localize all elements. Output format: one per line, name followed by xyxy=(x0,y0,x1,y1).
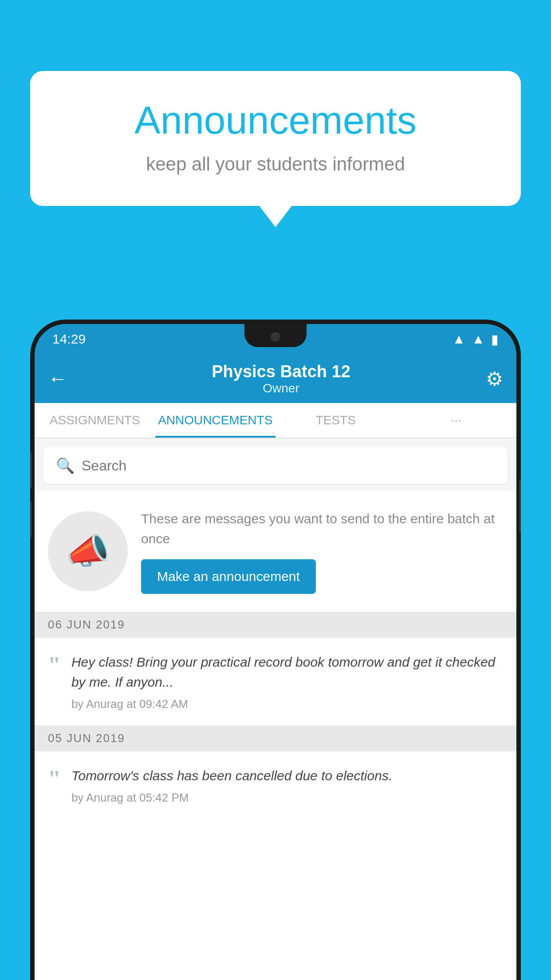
front-camera xyxy=(271,332,280,342)
status-icons: ▲ ▲ ▮ xyxy=(453,332,499,347)
message-content-2: Tomorrow's class has been cancelled due … xyxy=(71,766,503,805)
phone-notch xyxy=(244,324,307,347)
phone-frame: 14:29 ▲ ▲ ▮ ← Physics Batch 12 Owner ⚙ A… xyxy=(30,320,521,980)
date-divider-jun6: 06 JUN 2019 xyxy=(35,612,516,638)
app-bar-title-container: Physics Batch 12 Owner xyxy=(76,362,486,395)
speech-bubble-title: Announcements xyxy=(66,98,485,143)
promo-text-area: These are messages you want to send to t… xyxy=(141,509,503,594)
volume-down-button[interactable] xyxy=(30,502,32,537)
message-content-1: Hey class! Bring your practical record b… xyxy=(71,652,503,711)
signal-icon: ▲ xyxy=(472,332,485,347)
message-text-1: Hey class! Bring your practical record b… xyxy=(71,652,503,692)
tab-more[interactable]: ··· xyxy=(396,403,517,438)
app-bar-title: Physics Batch 12 xyxy=(76,362,486,381)
promo-icon-circle: 📣 xyxy=(48,511,128,591)
phone-screen: ← Physics Batch 12 Owner ⚙ ASSIGNMENTS A… xyxy=(35,354,516,980)
tabs-container: ASSIGNMENTS ANNOUNCEMENTS TESTS ··· xyxy=(35,403,516,439)
date-divider-jun5: 05 JUN 2019 xyxy=(35,725,516,751)
message-author-1: by Anurag at 09:42 AM xyxy=(71,697,503,711)
tab-assignments[interactable]: ASSIGNMENTS xyxy=(35,403,155,438)
message-item-1: " Hey class! Bring your practical record… xyxy=(35,638,516,725)
volume-up-button[interactable] xyxy=(30,453,32,488)
tab-announcements[interactable]: ANNOUNCEMENTS xyxy=(155,403,276,438)
settings-icon[interactable]: ⚙ xyxy=(486,368,503,390)
promo-card: 📣 These are messages you want to send to… xyxy=(35,491,516,612)
search-bar: 🔍 xyxy=(43,447,508,484)
app-bar: ← Physics Batch 12 Owner ⚙ xyxy=(35,354,516,403)
search-icon: 🔍 xyxy=(56,457,75,474)
message-author-2: by Anurag at 05:42 PM xyxy=(71,791,503,805)
megaphone-icon: 📣 xyxy=(66,530,110,572)
phone-inner: 14:29 ▲ ▲ ▮ ← Physics Batch 12 Owner ⚙ A… xyxy=(35,324,516,980)
speech-bubble-container: Announcements keep all your students inf… xyxy=(30,71,521,206)
quote-icon-1: " xyxy=(48,654,61,677)
status-time: 14:29 xyxy=(52,332,86,347)
message-text-2: Tomorrow's class has been cancelled due … xyxy=(71,766,503,786)
tab-tests[interactable]: TESTS xyxy=(276,403,396,438)
speech-bubble-subtitle: keep all your students informed xyxy=(66,154,485,175)
promo-description: These are messages you want to send to t… xyxy=(141,509,503,549)
back-button[interactable]: ← xyxy=(48,368,67,390)
speech-bubble: Announcements keep all your students inf… xyxy=(30,71,521,206)
make-announcement-button[interactable]: Make an announcement xyxy=(141,559,316,594)
power-button[interactable] xyxy=(519,479,521,533)
quote-icon-2: " xyxy=(48,767,61,790)
wifi-icon: ▲ xyxy=(453,332,466,347)
app-bar-subtitle: Owner xyxy=(76,381,486,395)
battery-icon: ▮ xyxy=(491,332,499,347)
app-content: 🔍 📣 These are messages you want to send … xyxy=(35,439,516,819)
message-item-2: " Tomorrow's class has been cancelled du… xyxy=(35,751,516,819)
search-input[interactable] xyxy=(82,458,495,474)
